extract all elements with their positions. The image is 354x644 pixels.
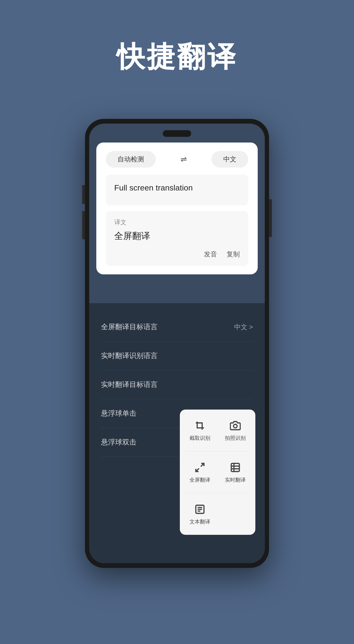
quick-item-fullscreen[interactable]: 全屏翻译 bbox=[184, 456, 215, 488]
setting-label-realtime-target: 实时翻译目标语言 bbox=[101, 380, 158, 390]
setting-label-float-dblclick: 悬浮球双击 bbox=[101, 438, 136, 447]
phone-notch bbox=[163, 130, 191, 137]
svg-rect-3 bbox=[231, 464, 240, 472]
copy-button[interactable]: 复制 bbox=[227, 250, 240, 259]
quick-panel-grid: 截取识别 拍照识别 bbox=[184, 414, 251, 530]
page-title: 快捷翻译 bbox=[117, 38, 237, 76]
source-language-button[interactable]: 自动检测 bbox=[106, 151, 156, 168]
quick-label-fullscreen: 全屏翻译 bbox=[189, 476, 210, 484]
setting-label-fullscreen-target: 全屏翻译目标语言 bbox=[101, 322, 158, 332]
camera-icon bbox=[229, 419, 242, 432]
input-text-area[interactable]: Full screen translation bbox=[106, 175, 248, 205]
setting-label-realtime-source: 实时翻译识别语言 bbox=[101, 351, 158, 361]
quick-item-crop[interactable]: 截取识别 bbox=[184, 414, 215, 446]
quick-divider-2 bbox=[184, 493, 251, 493]
quick-item-camera[interactable]: 拍照识别 bbox=[220, 414, 251, 446]
phone-screen: 自动检测 ⇌ 中文 Full screen translation 译文 全屏翻… bbox=[89, 124, 265, 563]
quick-label-camera: 拍照识别 bbox=[225, 434, 246, 442]
target-language-button[interactable]: 中文 bbox=[211, 151, 248, 168]
quick-label-crop: 截取识别 bbox=[189, 434, 210, 442]
phone-mockup: 自动检测 ⇌ 中文 Full screen translation 译文 全屏翻… bbox=[85, 119, 269, 568]
svg-point-0 bbox=[233, 424, 237, 428]
setting-label-float-click: 悬浮球单击 bbox=[101, 408, 136, 418]
result-text: 全屏翻译 bbox=[114, 229, 240, 243]
source-text: Full screen translation bbox=[114, 182, 240, 194]
swap-icon[interactable]: ⇌ bbox=[180, 155, 187, 164]
text-translate-icon bbox=[193, 503, 206, 516]
quick-item-text[interactable]: 文本翻译 bbox=[184, 498, 215, 530]
translation-card: 自动检测 ⇌ 中文 Full screen translation 译文 全屏翻… bbox=[96, 142, 258, 274]
setting-value-fullscreen-target: 中文 > bbox=[234, 322, 253, 332]
language-selector-row: 自动检测 ⇌ 中文 bbox=[106, 151, 248, 168]
pronounce-button[interactable]: 发音 bbox=[204, 250, 217, 259]
setting-row-realtime-source[interactable]: 实时翻译识别语言 bbox=[101, 342, 253, 370]
quick-action-panel: 截取识别 拍照识别 bbox=[180, 410, 255, 535]
settings-area: 全屏翻译目标语言 中文 > 实时翻译识别语言 实时翻译目标语言 悬浮球单击 功能… bbox=[89, 303, 265, 563]
phone-button-power bbox=[269, 199, 272, 237]
setting-row-fullscreen-target[interactable]: 全屏翻译目标语言 中文 > bbox=[101, 313, 253, 342]
fullscreen-icon bbox=[193, 461, 206, 474]
quick-divider-1 bbox=[184, 451, 251, 452]
crop-icon bbox=[193, 419, 206, 432]
quick-item-realtime[interactable]: 实时翻译 bbox=[220, 456, 251, 488]
result-actions: 发音 复制 bbox=[114, 250, 240, 259]
realtime-icon bbox=[229, 461, 242, 474]
result-area: 译文 全屏翻译 发音 复制 bbox=[106, 211, 248, 266]
setting-row-realtime-target[interactable]: 实时翻译目标语言 bbox=[101, 370, 253, 399]
result-label: 译文 bbox=[114, 218, 240, 226]
phone-button-volume-up bbox=[82, 185, 85, 204]
quick-label-text: 文本翻译 bbox=[189, 518, 210, 525]
phone-button-volume-down bbox=[82, 211, 85, 240]
quick-label-realtime: 实时翻译 bbox=[225, 476, 246, 484]
